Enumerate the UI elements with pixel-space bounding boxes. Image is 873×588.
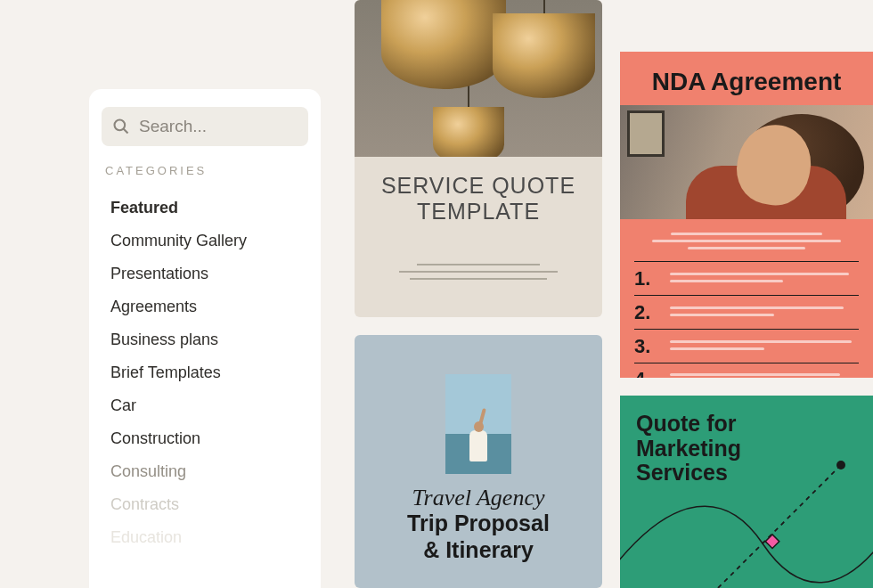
category-education[interactable]: Education [110,521,308,554]
list-item: 3. [634,329,859,363]
template-title-script: Travel Agency [355,486,602,510]
template-thumbnail [355,0,602,157]
template-thumbnail [620,105,873,219]
category-brief-templates[interactable]: Brief Templates [110,356,308,389]
template-card-service-quote[interactable]: SERVICE QUOTE TEMPLATE [355,0,602,317]
category-contracts[interactable]: Contracts [110,488,308,521]
category-presentations[interactable]: Presentations [110,257,308,290]
template-card-marketing-services[interactable]: Quote for Marketing Services [620,396,873,588]
categories-heading: CATEGORIES [105,164,308,177]
category-consulting[interactable]: Consulting [110,455,308,488]
svg-line-2 [718,463,843,588]
category-car[interactable]: Car [110,389,308,422]
list-number: 3. [634,335,656,358]
search-box[interactable] [102,107,308,146]
list-item: 4. [634,363,859,378]
template-title: SERVICE QUOTE TEMPLATE [355,157,602,232]
nda-list: 1. 2. 3. 4. [620,261,873,378]
placeholder-lines [355,232,602,280]
template-title: NDA Agreement [620,52,873,105]
category-business-plans[interactable]: Business plans [110,323,308,356]
list-number: 1. [634,267,656,290]
category-construction[interactable]: Construction [110,422,308,455]
category-community-gallery[interactable]: Community Gallery [110,225,308,257]
svg-rect-4 [765,535,779,549]
category-featured[interactable]: Featured [110,192,308,225]
list-item: 1. [634,261,859,295]
template-card-travel-agency[interactable]: Travel Agency Trip Proposal & Itinerary [355,335,602,588]
list-number: 2. [634,301,656,324]
placeholder-lines [620,219,873,261]
template-thumbnail [445,374,511,474]
list-number: 4. [634,368,656,378]
template-title-line2: & Itinerary [355,538,602,563]
list-item: 2. [634,295,859,329]
template-title-line1: Trip Proposal [355,511,602,536]
category-agreements[interactable]: Agreements [110,290,308,323]
svg-point-3 [836,461,845,470]
title-line: Quote for [636,411,737,436]
sidebar: CATEGORIES Featured Community Gallery Pr… [89,89,321,588]
search-icon [112,118,130,135]
svg-line-1 [124,129,128,134]
svg-point-0 [115,120,126,131]
chart-decoration [620,437,873,588]
category-list: Featured Community Gallery Presentations… [102,192,308,554]
search-input[interactable] [139,117,350,136]
template-card-nda-agreement[interactable]: NDA Agreement 1. 2. 3. 4. [620,52,873,378]
